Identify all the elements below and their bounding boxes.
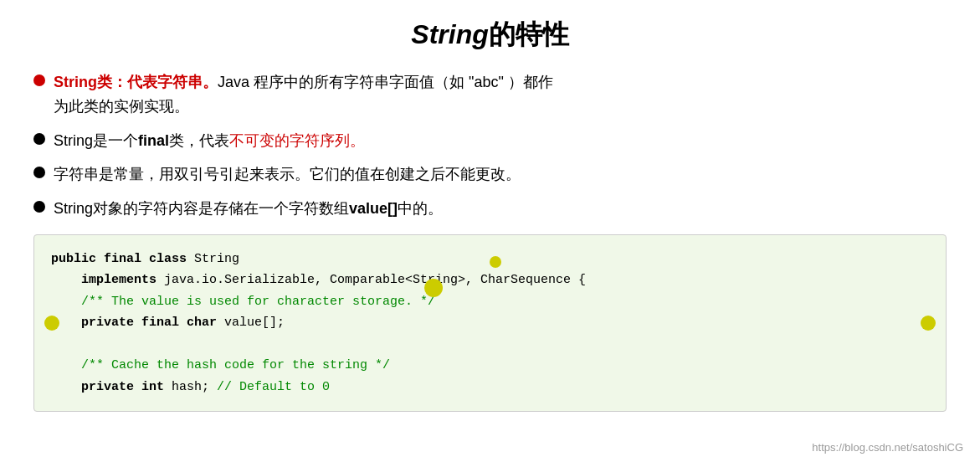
bullet-4-p2: 中的。 xyxy=(398,200,443,217)
code-line-6: /** Cache the hash code for the string *… xyxy=(51,355,929,377)
scroll-handle-top[interactable] xyxy=(490,256,501,268)
bullet-4-p1: String对象的字符内容是存储在一个字符数组 xyxy=(54,200,349,217)
bullet-dot-4 xyxy=(33,201,45,213)
code-line-3: /** The value is used for character stor… xyxy=(51,291,929,313)
bullet-text-1: String类：代表字符串。Java 程序中的所有字符串字面值（如 "abc" … xyxy=(54,70,947,119)
bullet-text-2: String是一个final类，代表不可变的字符序列。 xyxy=(54,129,947,153)
watermark: https://blog.csdn.net/satoshiCG xyxy=(812,441,963,454)
bullet-1-normal: Java 程序中的所有字符串字面值（如 "abc" ）都作 xyxy=(218,74,553,90)
bullet-2-bold: final xyxy=(138,132,169,149)
bullet-item-2: String是一个final类，代表不可变的字符序列。 xyxy=(33,129,947,153)
bullet-1-continuation: 为此类的实例实现。 xyxy=(54,98,189,115)
code-line-2: implements java.io.Serializable, Compara… xyxy=(51,270,929,291)
bullet-2-p2: 类，代表 xyxy=(169,132,229,149)
bullet-dot-1 xyxy=(33,74,45,86)
bullet-dot-3 xyxy=(33,167,45,178)
bullet-list: String类：代表字符串。Java 程序中的所有字符串字面值（如 "abc" … xyxy=(33,70,947,221)
code-line-5 xyxy=(51,334,929,356)
title-string: String xyxy=(411,19,488,49)
bullet-3-text: 字符串是常量，用双引号引起来表示。它们的值在创建之后不能更改。 xyxy=(54,166,521,182)
scroll-handle-left[interactable] xyxy=(44,316,59,331)
bullet-1-red: String类：代表字符串。 xyxy=(54,74,218,90)
code-line-4: private final char value[]; xyxy=(51,312,929,334)
page-title: String的特性 xyxy=(33,17,947,54)
code-line-7: private int hash; // Default to 0 xyxy=(51,377,929,398)
bullet-text-4: String对象的字符内容是存储在一个字符数组value[]中的。 xyxy=(54,197,947,221)
bullet-item-1: String类：代表字符串。Java 程序中的所有字符串字面值（如 "abc" … xyxy=(33,70,947,119)
scroll-handle-right[interactable] xyxy=(921,316,936,331)
bullet-item-4: String对象的字符内容是存储在一个字符数组value[]中的。 xyxy=(33,197,947,221)
page-container: String的特性 String类：代表字符串。Java 程序中的所有字符串字面… xyxy=(0,0,980,462)
bullet-2-p1: String是一个 xyxy=(54,132,138,149)
bullet-dot-2 xyxy=(33,133,45,145)
title-suffix: 的特性 xyxy=(489,19,569,49)
cursor-indicator xyxy=(424,279,443,297)
bullet-4-bold: value[] xyxy=(349,200,398,217)
bullet-item-3: 字符串是常量，用双引号引起来表示。它们的值在创建之后不能更改。 xyxy=(33,162,947,187)
bullet-2-red: 不可变的字符序列。 xyxy=(229,132,365,149)
bullet-text-3: 字符串是常量，用双引号引起来表示。它们的值在创建之后不能更改。 xyxy=(54,162,947,187)
